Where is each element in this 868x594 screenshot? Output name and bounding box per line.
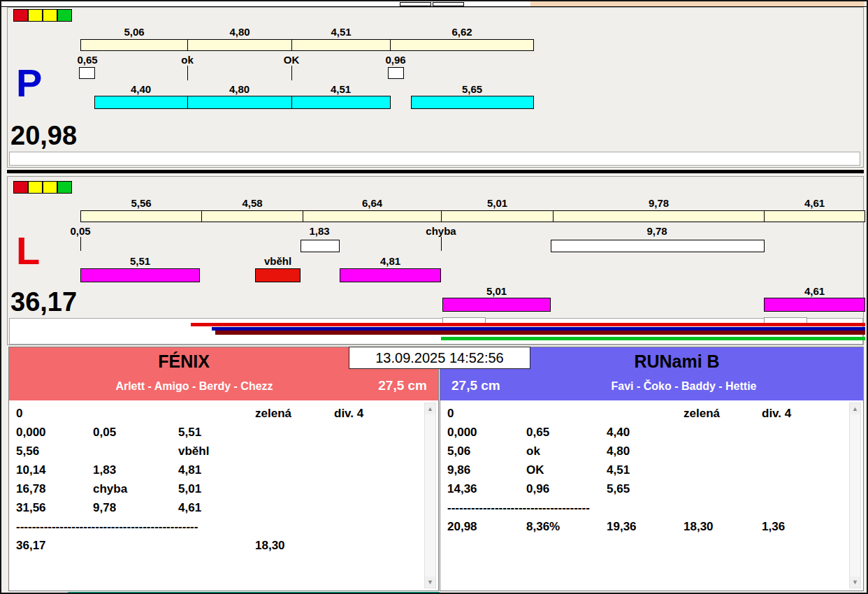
split-time-label: 4,58 xyxy=(201,197,303,209)
rerun-time-label: 4,61 xyxy=(764,285,865,297)
lane-divider xyxy=(7,170,864,173)
cell: 14,36 xyxy=(447,482,477,496)
gate-tick xyxy=(80,237,81,251)
table-total-row: 36,17 18,30 xyxy=(9,539,438,558)
cell: div. 4 xyxy=(762,407,791,421)
cell: 8,36% xyxy=(526,520,560,534)
split-time-label: 6,62 xyxy=(390,26,534,38)
light-green-icon xyxy=(57,181,72,194)
gate-box xyxy=(301,240,340,252)
gate-box xyxy=(388,67,404,79)
split-bar-segment xyxy=(291,39,391,51)
cell: 5,06 xyxy=(447,444,470,458)
run-bar-segment xyxy=(80,268,200,282)
jump-height: 27,5 cm xyxy=(378,378,427,393)
cell: 16,78 xyxy=(16,482,46,496)
run-bar-segment xyxy=(291,96,391,109)
lane-l-panel: 5,56 4,58 6,64 5,01 9,78 4,61 0,05 1,83 … xyxy=(7,176,864,345)
cell: 0,65 xyxy=(526,426,549,440)
table-separator-row: ----------------------------------------… xyxy=(9,520,438,539)
cell: 4,51 xyxy=(607,463,630,477)
split-bar-segment xyxy=(201,210,303,222)
light-yellow2-icon xyxy=(43,9,57,22)
gate-time-label: 0,65 xyxy=(66,54,108,66)
cell: 4,81 xyxy=(178,463,201,477)
cell: zelená xyxy=(255,407,291,421)
table-total-row: 20,98 8,36% 19,36 18,30 1,36 xyxy=(440,520,863,539)
lane-total-time: 36,17 xyxy=(10,287,77,317)
split-bar-segment xyxy=(553,210,765,222)
gate-time-label: 1,83 xyxy=(298,225,340,237)
split-time-label: 5,56 xyxy=(80,197,202,209)
cell: 0,96 xyxy=(526,482,549,496)
gate-time-label: 9,78 xyxy=(636,225,678,237)
split-time-label: 5,01 xyxy=(441,197,554,209)
top-peach-strip xyxy=(530,1,865,6)
table-row: 9,86 OK 4,51 xyxy=(440,463,863,482)
rerun-bar-segment xyxy=(764,298,865,312)
run-bar-segment xyxy=(411,96,534,109)
lane-total-time: 20,98 xyxy=(10,121,77,151)
cell: 10,14 xyxy=(16,463,46,477)
team-dogs: Arlett - Amigo - Berdy - Chezz xyxy=(23,380,366,393)
cell: 18,30 xyxy=(683,520,714,534)
team-left-results-table: 0 zelená div. 4 0,000 0,05 5,51 5,56 vbě… xyxy=(9,400,438,591)
cell: OK xyxy=(526,463,544,477)
light-red-icon xyxy=(13,181,28,194)
cell: 4,80 xyxy=(607,444,630,458)
gate-box xyxy=(79,67,95,79)
cell: ok xyxy=(526,444,540,458)
cell: 0 xyxy=(16,407,22,421)
split-time-label: 9,78 xyxy=(553,197,765,209)
split-bar-segment xyxy=(303,210,442,222)
gate-time-label: OK xyxy=(270,54,312,66)
cell: 20,98 xyxy=(447,520,477,534)
cell: zelená xyxy=(683,407,720,421)
run-time-label: 4,51 xyxy=(291,83,390,95)
team-right-results-table: 0 zelená div. 4 0,000 0,65 4,40 5,06 ok … xyxy=(440,400,863,591)
team-right-scrollbar[interactable]: ▲ ▼ xyxy=(849,403,861,588)
cell: 0 xyxy=(447,407,454,421)
cell: ----------------------------------------… xyxy=(16,520,198,534)
team-right-panel: RUNami B Favi - Čoko - Baddy - Hettie 27… xyxy=(440,347,864,591)
cell: 36,17 xyxy=(16,539,46,553)
scroll-up-icon[interactable]: ▲ xyxy=(850,403,860,414)
split-bar-segment xyxy=(80,39,188,51)
progress-line-red xyxy=(191,323,865,326)
cell: 4,61 xyxy=(178,501,201,515)
table-row: 31,56 9,78 4,61 xyxy=(9,501,438,520)
split-bar-segment xyxy=(390,39,534,51)
run-time-label: vběhl xyxy=(255,255,301,267)
progress-line-maroon xyxy=(215,331,865,335)
cell: 19,36 xyxy=(607,520,637,534)
split-bar-segment xyxy=(80,210,202,222)
split-bar-segment xyxy=(764,210,865,222)
table-row: 0 zelená div. 4 xyxy=(9,407,438,426)
cell: 0,000 xyxy=(447,426,477,440)
lane-letter: L xyxy=(16,231,40,270)
light-yellow2-icon xyxy=(43,181,57,194)
scroll-down-icon[interactable]: ▼ xyxy=(850,577,860,588)
split-time-label: 5,06 xyxy=(80,26,188,38)
runami-timing-window: 5,06 4,80 4,51 6,62 0,65 ok OK 0,96 4,40… xyxy=(0,0,868,594)
cell: 0,05 xyxy=(93,426,116,440)
cell: 5,65 xyxy=(607,482,630,496)
gate-tick xyxy=(441,237,442,251)
run-time-label: 4,80 xyxy=(187,83,291,95)
lane-letter: P xyxy=(16,64,42,103)
run-time-label: 4,40 xyxy=(94,83,187,95)
gate-time-label: chyba xyxy=(420,225,462,237)
cell: 0,000 xyxy=(16,426,46,440)
team-name: FÉNIX xyxy=(9,352,359,372)
scroll-down-icon[interactable]: ▼ xyxy=(425,577,435,588)
scroll-up-icon[interactable]: ▲ xyxy=(425,403,435,414)
cell: 9,86 xyxy=(447,463,470,477)
gate-time-label: ok xyxy=(166,54,208,66)
team-left-scrollbar[interactable]: ▲ ▼ xyxy=(424,403,436,588)
cell: 18,30 xyxy=(255,539,285,553)
table-row: 16,78 chyba 5,01 xyxy=(9,482,438,501)
lane-p-panel: 5,06 4,80 4,51 6,62 0,65 ok OK 0,96 4,40… xyxy=(7,7,864,168)
top-box-1 xyxy=(400,2,431,6)
split-time-label: 4,80 xyxy=(187,26,292,38)
run-bar-fault-segment xyxy=(255,268,301,282)
